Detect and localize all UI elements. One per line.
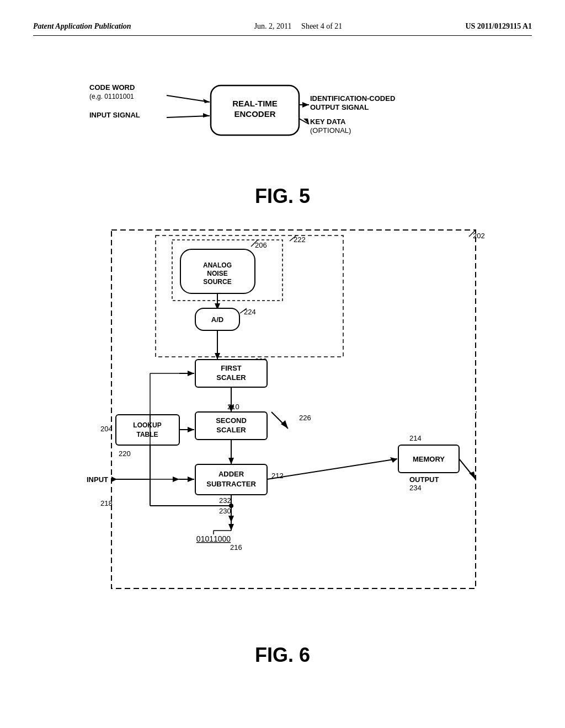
page: Patent Application Publication Jun. 2, 2… <box>0 0 565 728</box>
svg-text:OUTPUT SIGNAL: OUTPUT SIGNAL <box>310 103 369 111</box>
svg-rect-68 <box>116 415 179 445</box>
svg-text:(e,g. 01101001: (e,g. 01101001 <box>89 93 134 100</box>
svg-text:MEMORY: MEMORY <box>413 455 445 463</box>
svg-text:CODE WORD: CODE WORD <box>89 83 135 92</box>
svg-text:01011000: 01011000 <box>196 534 231 543</box>
svg-text:204: 204 <box>100 425 113 433</box>
svg-text:LOOKUP: LOOKUP <box>133 421 161 429</box>
svg-text:IDENTIFICATION-CODED: IDENTIFICATION-CODED <box>310 94 395 103</box>
svg-text:218: 218 <box>100 499 113 507</box>
svg-text:INPUT SIGNAL: INPUT SIGNAL <box>89 111 140 119</box>
svg-text:210: 210 <box>227 403 239 411</box>
svg-text:SOURCE: SOURCE <box>203 278 231 286</box>
svg-text:FIRST: FIRST <box>221 364 242 372</box>
svg-marker-9 <box>203 113 210 117</box>
svg-text:226: 226 <box>299 414 311 422</box>
svg-line-5 <box>167 95 210 102</box>
svg-text:SCALER: SCALER <box>216 426 246 434</box>
svg-text:ADDER: ADDER <box>218 470 244 478</box>
svg-text:234: 234 <box>409 484 422 492</box>
svg-text:NOISE: NOISE <box>207 270 227 277</box>
svg-text:214: 214 <box>409 434 422 442</box>
svg-text:206: 206 <box>255 241 267 249</box>
svg-text:SCALER: SCALER <box>216 373 246 382</box>
svg-text:ANALOG: ANALOG <box>203 261 232 269</box>
svg-text:KEY DATA: KEY DATA <box>310 117 346 126</box>
header-patent-number: US 2011/0129115 A1 <box>465 22 532 31</box>
svg-text:INPUT: INPUT <box>87 475 108 484</box>
svg-text:216: 216 <box>230 543 242 552</box>
svg-text:230: 230 <box>219 507 231 515</box>
svg-text:202: 202 <box>473 232 485 240</box>
fig5-title: FIG. 5 <box>33 185 532 208</box>
svg-text:232: 232 <box>219 496 231 505</box>
svg-text:REAL-TIME: REAL-TIME <box>232 99 278 108</box>
svg-marker-6 <box>203 99 210 103</box>
svg-text:SUBTRACTER: SUBTRACTER <box>206 480 256 488</box>
header-date-sheet: Jun. 2, 2011 Sheet 4 of 21 <box>254 22 343 31</box>
fig6-diagram: 202 222 206 ANALOG NOISE SOURCE 224 <box>56 224 509 638</box>
header: Patent Application Publication Jun. 2, 2… <box>33 22 532 36</box>
header-sheet: Sheet 4 of 21 <box>301 22 342 30</box>
svg-text:(OPTIONAL): (OPTIONAL) <box>310 126 351 135</box>
svg-marker-13 <box>302 102 309 108</box>
svg-text:SECOND: SECOND <box>216 416 247 425</box>
fig5-diagram: REAL-TIME ENCODER CODE WORD (e,g. 011010… <box>56 52 509 179</box>
svg-text:TABLE: TABLE <box>136 431 158 438</box>
svg-text:OUTPUT: OUTPUT <box>409 475 439 484</box>
svg-text:ENCODER: ENCODER <box>234 109 275 119</box>
svg-text:220: 220 <box>119 449 131 458</box>
fig6-title: FIG. 6 <box>33 644 532 667</box>
svg-text:A/D: A/D <box>211 315 223 324</box>
header-date: Jun. 2, 2011 <box>254 22 292 30</box>
header-publication-label: Patent Application Publication <box>33 22 131 31</box>
